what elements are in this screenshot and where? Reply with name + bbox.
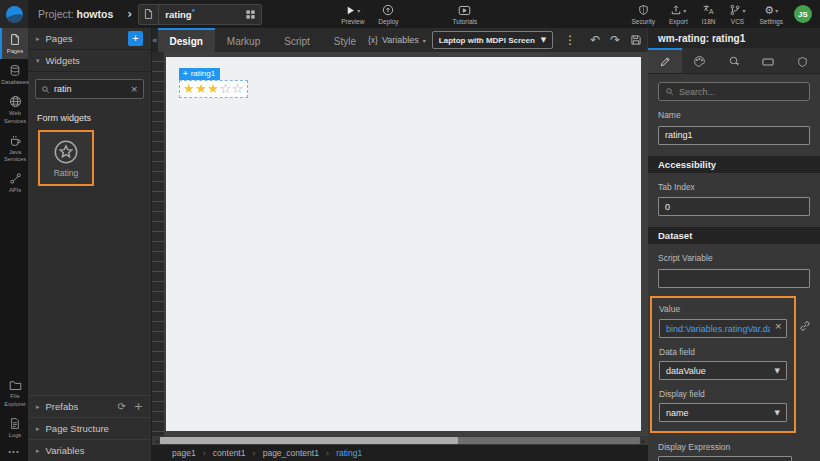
- variables-dropdown[interactable]: {x} Variables ▾: [368, 28, 426, 52]
- page-tab-rating[interactable]: rating*: [138, 4, 262, 25]
- star-icon[interactable]: ★: [207, 81, 219, 96]
- security-button[interactable]: Security: [624, 0, 661, 28]
- breadcrumb-page1[interactable]: page1: [172, 448, 196, 458]
- search-icon: [665, 87, 674, 96]
- rating-widget-tile[interactable]: Rating: [38, 130, 94, 186]
- breadcrumb-content1[interactable]: content1: [213, 448, 246, 458]
- horizontal-scrollbar[interactable]: ◂ ▸: [152, 436, 648, 445]
- project-title: Project: howtos: [38, 8, 113, 20]
- rail-item-web-services[interactable]: Web Services: [0, 90, 28, 128]
- preview-button[interactable]: ▾ Preview: [334, 0, 371, 28]
- save-button[interactable]: [625, 34, 647, 46]
- svg-text:A: A: [709, 8, 714, 15]
- breadcrumb-rating1[interactable]: rating1: [336, 448, 362, 458]
- gear-icon: ⚙: [764, 5, 774, 16]
- property-search-input[interactable]: [679, 87, 803, 97]
- inspector-body: Name Accessibility Tab Index Dataset Scr…: [648, 74, 820, 461]
- property-search[interactable]: [658, 82, 810, 101]
- rail-item-apis[interactable]: APIs: [0, 167, 28, 198]
- tab-style[interactable]: Style: [322, 28, 368, 52]
- tab-design[interactable]: Design: [158, 28, 215, 52]
- value-input[interactable]: [659, 319, 787, 338]
- export-button[interactable]: ▾ Export: [662, 0, 695, 28]
- display-expression-input[interactable]: [658, 456, 792, 461]
- star-icon[interactable]: ☆: [232, 81, 244, 96]
- deploy-button[interactable]: Deploy: [371, 0, 405, 28]
- more-options-button[interactable]: ⋮: [559, 33, 581, 47]
- grid-view-icon[interactable]: [239, 9, 261, 20]
- value-label: Value: [659, 304, 787, 314]
- scroll-right-icon[interactable]: ▸: [640, 437, 647, 444]
- display-field-label: Display field: [659, 389, 787, 399]
- rail-item-logs[interactable]: Logs: [0, 412, 28, 443]
- tab-styles[interactable]: [682, 48, 716, 73]
- bind-property-icon[interactable]: [799, 320, 811, 332]
- name-input[interactable]: [658, 126, 810, 145]
- redo-button[interactable]: ↷: [605, 34, 625, 46]
- tab-script[interactable]: Script: [272, 28, 322, 52]
- shield-icon: [797, 56, 808, 68]
- settings-button[interactable]: ⚙▾ Settings: [753, 0, 791, 28]
- display-field-select[interactable]: name ▼: [659, 403, 787, 422]
- inspector-title: wm-rating: rating1: [648, 28, 820, 48]
- tab-device[interactable]: [751, 48, 785, 73]
- clear-search-icon[interactable]: ×: [130, 84, 138, 94]
- scrollbar-thumb[interactable]: [160, 437, 458, 444]
- app-logo[interactable]: [0, 0, 28, 28]
- center-area: « Design Markup Script Style {x} Variabl…: [152, 28, 648, 461]
- section-widgets[interactable]: ▾ Widgets: [28, 50, 151, 72]
- clear-binding-icon[interactable]: ×: [774, 321, 782, 331]
- save-floppy-icon: [630, 34, 642, 46]
- user-avatar[interactable]: JS: [794, 5, 812, 23]
- breadcrumb-separator: ›: [203, 449, 206, 458]
- star-icon[interactable]: ★: [195, 81, 207, 96]
- tab-properties[interactable]: [648, 48, 682, 73]
- move-icon: +: [183, 69, 188, 78]
- i18n-button[interactable]: A I18N: [695, 0, 723, 28]
- widget-search-value[interactable]: ratin: [54, 84, 130, 94]
- breadcrumb-page-content1[interactable]: page_content1: [263, 448, 319, 458]
- script-variable-input[interactable]: [658, 269, 810, 288]
- collapsed-arrow-icon: ▸: [36, 403, 40, 411]
- section-prefabs[interactable]: ▸ Prefabs ⟳ +: [28, 395, 151, 417]
- tab-events[interactable]: [717, 48, 751, 73]
- section-page-structure[interactable]: ▸ Page Structure: [28, 417, 151, 439]
- rail-item-databases[interactable]: Databases: [0, 59, 28, 90]
- device-select[interactable]: Laptop with MDPI Screen ▼: [432, 31, 553, 49]
- add-prefab-icon[interactable]: +: [134, 400, 143, 413]
- breadcrumb-separator: ›: [326, 449, 329, 458]
- undo-button[interactable]: ↶: [585, 34, 605, 46]
- widget-selection-label[interactable]: + rating1: [179, 68, 220, 81]
- scroll-left-icon[interactable]: ◂: [153, 437, 160, 444]
- widget-search[interactable]: ratin ×: [35, 79, 144, 99]
- collapsed-arrow-icon: ▸: [36, 425, 40, 433]
- element-breadcrumb: page1 › content1 › page_content1 › ratin…: [152, 445, 648, 461]
- breadcrumb-chevron-icon: ›: [127, 7, 132, 21]
- design-canvas[interactable]: + rating1 ★★★☆☆: [166, 57, 641, 431]
- database-icon: [9, 64, 21, 77]
- folder-icon: [9, 379, 22, 391]
- rail-more-button[interactable]: •••: [0, 443, 28, 461]
- data-field-label: Data field: [659, 347, 787, 357]
- tutorials-button[interactable]: Tutorials: [446, 0, 485, 28]
- caret-down-icon: ▼: [541, 36, 546, 44]
- vcs-button[interactable]: ▾ VCS: [722, 0, 752, 28]
- page-tab-label: rating*: [159, 7, 239, 20]
- vertical-ruler: [152, 52, 164, 436]
- tab-markup[interactable]: Markup: [215, 28, 272, 52]
- rail-item-file-explorer[interactable]: File Explorer: [0, 374, 28, 411]
- rail-item-java-services[interactable]: Java Services: [0, 129, 28, 167]
- data-field-select[interactable]: dataValue ▼: [659, 361, 787, 380]
- add-page-button[interactable]: +: [128, 31, 143, 46]
- tab-index-input[interactable]: [658, 197, 810, 216]
- scrollbar-track[interactable]: [160, 437, 640, 444]
- rail-item-pages[interactable]: Pages: [0, 28, 28, 59]
- rating-widget-instance[interactable]: + rating1 ★★★☆☆: [179, 62, 248, 98]
- tab-security[interactable]: [786, 48, 820, 73]
- refresh-icon[interactable]: ⟳: [117, 401, 125, 412]
- section-pages[interactable]: ▸ Pages +: [28, 28, 151, 50]
- star-icon[interactable]: ☆: [219, 81, 231, 96]
- rating-stars[interactable]: ★★★☆☆: [179, 80, 248, 98]
- section-variables[interactable]: ▸ Variables: [28, 439, 151, 461]
- star-icon[interactable]: ★: [183, 81, 195, 96]
